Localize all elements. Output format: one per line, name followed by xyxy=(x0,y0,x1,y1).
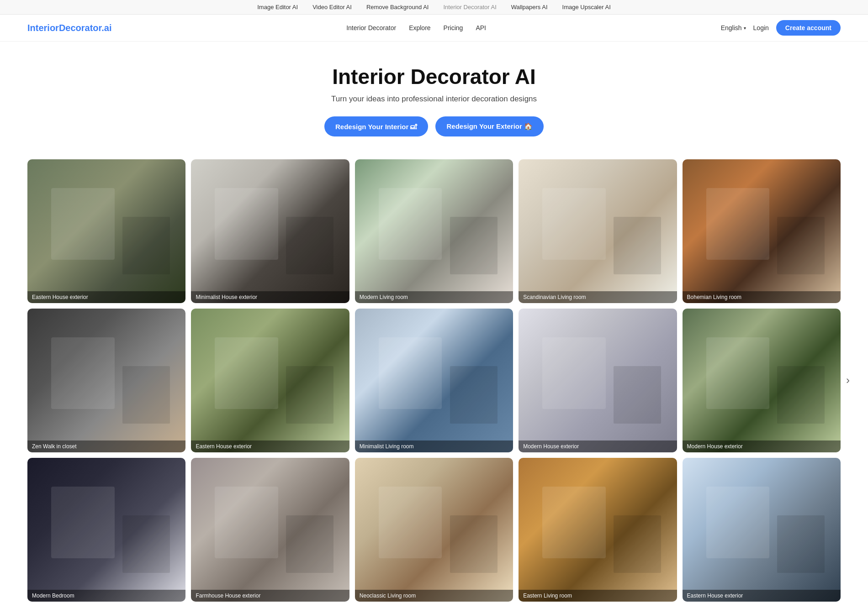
create-account-button[interactable]: Create account xyxy=(776,20,841,36)
hero-section: Interior Decorator AI Turn your ideas in… xyxy=(0,42,868,150)
gallery-label-11: Modern Bedroom xyxy=(27,590,185,602)
topbar-link-wallpapers[interactable]: Wallpapers AI xyxy=(511,4,548,10)
gallery-item-14[interactable]: Eastern Living room xyxy=(519,458,677,602)
hero-buttons: Redesign Your Interior 🛋 Redesign Your E… xyxy=(9,116,859,136)
hero-subtitle: Turn your ideas into professional interi… xyxy=(9,94,859,104)
topbar-link-image-editor[interactable]: Image Editor AI xyxy=(257,4,298,10)
nav-link-api-nav[interactable]: API xyxy=(476,24,486,31)
gallery-label-15: Eastern House exterior xyxy=(683,590,841,602)
gallery-item-4[interactable]: Scandinavian Living room xyxy=(519,159,677,303)
gallery-label-8: Minimalist Living room xyxy=(355,440,513,452)
gallery-item-8[interactable]: Minimalist Living room xyxy=(355,309,513,452)
topbar-link-remove-bg[interactable]: Remove Background AI xyxy=(366,4,429,10)
gallery-label-10: Modern House exterior xyxy=(683,440,841,452)
gallery-label-12: Farmhouse House exterior xyxy=(191,590,349,602)
gallery-label-7: Eastern House exterior xyxy=(191,440,349,452)
topbar-link-interior-decorator[interactable]: Interior Decorator AI xyxy=(443,4,496,10)
gallery-label-9: Modern House exterior xyxy=(519,440,677,452)
language-selector[interactable]: English xyxy=(721,24,746,31)
top-bar: Image Editor AIVideo Editor AIRemove Bac… xyxy=(0,0,868,15)
gallery-label-4: Scandinavian Living room xyxy=(519,291,677,303)
gallery-item-11[interactable]: Modern Bedroom xyxy=(27,458,185,602)
gallery-section: Eastern House exteriorMinimalist House e… xyxy=(0,150,868,603)
topbar-link-video-editor[interactable]: Video Editor AI xyxy=(312,4,352,10)
gallery-item-5[interactable]: Bohemian Living room xyxy=(683,159,841,303)
gallery-item-12[interactable]: Farmhouse House exterior xyxy=(191,458,349,602)
redesign-exterior-button[interactable]: Redesign Your Exterior 🏠 xyxy=(435,116,544,136)
gallery-label-13: Neoclassic Living room xyxy=(355,590,513,602)
nav-link-pricing-nav[interactable]: Pricing xyxy=(444,24,463,31)
gallery-item-3[interactable]: Modern Living room xyxy=(355,159,513,303)
gallery-label-3: Modern Living room xyxy=(355,291,513,303)
nav-link-interior-decorator-nav[interactable]: Interior Decorator xyxy=(346,24,396,31)
gallery-wrapper: Eastern House exteriorMinimalist House e… xyxy=(27,159,841,602)
gallery-item-1[interactable]: Eastern House exterior xyxy=(27,159,185,303)
gallery-grid: Eastern House exteriorMinimalist House e… xyxy=(27,159,841,602)
gallery-label-5: Bohemian Living room xyxy=(683,291,841,303)
nav-link-explore-nav[interactable]: Explore xyxy=(409,24,430,31)
topbar-link-image-upscaler[interactable]: Image Upscaler AI xyxy=(562,4,611,10)
gallery-item-10[interactable]: Modern House exterior xyxy=(683,309,841,452)
gallery-label-14: Eastern Living room xyxy=(519,590,677,602)
gallery-item-7[interactable]: Eastern House exterior xyxy=(191,309,349,452)
redesign-interior-button[interactable]: Redesign Your Interior 🛋 xyxy=(324,116,428,136)
gallery-label-2: Minimalist House exterior xyxy=(191,291,349,303)
scroll-right-indicator[interactable]: › xyxy=(846,374,850,387)
logo[interactable]: InteriorDecorator.ai xyxy=(27,23,112,33)
gallery-label-1: Eastern House exterior xyxy=(27,291,185,303)
gallery-item-6[interactable]: Zen Walk in closet xyxy=(27,309,185,452)
gallery-item-15[interactable]: Eastern House exterior xyxy=(683,458,841,602)
gallery-label-6: Zen Walk in closet xyxy=(27,440,185,452)
gallery-item-9[interactable]: Modern House exterior xyxy=(519,309,677,452)
hero-title: Interior Decorator AI xyxy=(9,64,859,89)
gallery-item-2[interactable]: Minimalist House exterior xyxy=(191,159,349,303)
login-button[interactable]: Login xyxy=(753,24,769,31)
gallery-item-13[interactable]: Neoclassic Living room xyxy=(355,458,513,602)
main-nav: Interior DecoratorExplorePricingAPI xyxy=(346,24,486,31)
header: InteriorDecorator.ai Interior DecoratorE… xyxy=(0,15,868,42)
